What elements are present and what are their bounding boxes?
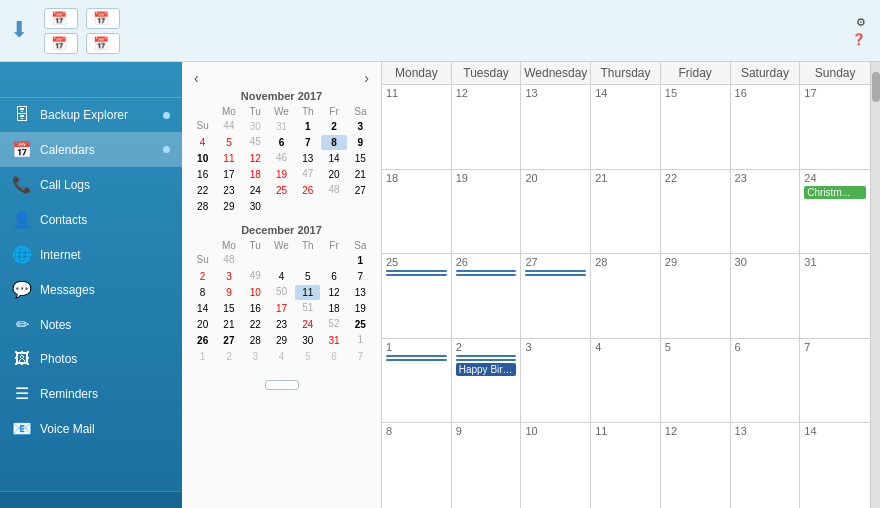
mini-cal-day[interactable]: 17 <box>269 301 294 316</box>
mini-cal-day[interactable]: 31 <box>269 119 294 134</box>
mini-cal-day[interactable]: 4 <box>269 349 294 364</box>
copy-vcard-button[interactable]: ⬇ <box>10 17 28 45</box>
calendar-event[interactable] <box>456 359 517 361</box>
mini-cal-day[interactable]: 11 <box>295 285 320 300</box>
mini-cal-day[interactable]: 2 <box>216 349 241 364</box>
mini-cal-day[interactable]: 18 <box>243 167 268 182</box>
mini-cal-day[interactable]: 6 <box>321 269 346 284</box>
mini-cal-day[interactable]: 4 <box>269 269 294 284</box>
mini-cal-day[interactable]: 16 <box>243 301 268 316</box>
mini-cal-day[interactable]: 16 <box>190 167 215 182</box>
mini-cal-day[interactable]: 3 <box>216 269 241 284</box>
month-view-button[interactable]: 📅 <box>86 33 120 54</box>
mini-cal-day[interactable]: 27 <box>216 333 241 348</box>
day-view-button[interactable]: 📅 <box>86 8 120 29</box>
mini-cal-day[interactable]: 18 <box>321 301 346 316</box>
mini-cal-day[interactable]: 25 <box>269 183 294 198</box>
sidebar-item-contacts[interactable]: 👤 Contacts <box>0 202 182 237</box>
mini-cal-day[interactable]: 10 <box>190 151 215 166</box>
mini-cal-day[interactable]: 22 <box>190 183 215 198</box>
mini-cal-day[interactable]: 20 <box>321 167 346 182</box>
mini-cal-day[interactable]: 4 <box>190 135 215 150</box>
calendar-event[interactable] <box>525 270 586 272</box>
mini-cal-day[interactable]: 11 <box>216 151 241 166</box>
mini-cal-day[interactable]: 15 <box>348 151 373 166</box>
sidebar-item-voicemail[interactable]: 📧 Voice Mail <box>0 411 182 446</box>
sidebar-item-calendars[interactable]: 📅 Calendars <box>0 132 182 167</box>
mini-cal-day[interactable]: 23 <box>216 183 241 198</box>
mini-cal-day[interactable]: 7 <box>348 269 373 284</box>
calendar-event[interactable] <box>386 274 447 276</box>
mini-cal-day[interactable]: 14 <box>190 301 215 316</box>
options-button[interactable]: ⚙ <box>856 16 870 29</box>
mini-cal-day[interactable]: 3 <box>243 349 268 364</box>
sidebar-item-messages[interactable]: 💬 Messages <box>0 272 182 307</box>
calendar-event[interactable] <box>525 274 586 276</box>
mini-cal-day[interactable]: 3 <box>348 119 373 134</box>
mini-cal-day[interactable]: 6 <box>321 349 346 364</box>
mini-cal-day[interactable]: 5 <box>216 135 241 150</box>
mini-cal-day[interactable]: 1 <box>190 349 215 364</box>
mini-cal-day[interactable]: 1 <box>348 253 373 268</box>
work-week-view-button[interactable]: 📅 <box>44 33 78 54</box>
mini-cal-day[interactable]: 7 <box>295 135 320 150</box>
mini-cal-day[interactable]: 12 <box>243 151 268 166</box>
mini-cal-day[interactable]: 27 <box>348 183 373 198</box>
mini-cal-day[interactable]: 5 <box>295 269 320 284</box>
calendar-event[interactable]: Christm... <box>804 186 866 199</box>
mini-cal-day[interactable]: 9 <box>348 135 373 150</box>
prev-month-button[interactable]: ‹ <box>190 70 203 86</box>
calendar-scrollbar[interactable] <box>870 62 880 508</box>
mini-cal-day[interactable]: 21 <box>348 167 373 182</box>
mini-cal-day[interactable]: 24 <box>243 183 268 198</box>
calendar-event[interactable] <box>386 355 447 357</box>
change-backup-button[interactable] <box>0 491 182 508</box>
mini-cal-day[interactable]: 26 <box>190 333 215 348</box>
mini-cal-day[interactable]: 30 <box>243 199 268 214</box>
mini-cal-day[interactable]: 23 <box>269 317 294 332</box>
mini-cal-day[interactable]: 29 <box>269 333 294 348</box>
mini-cal-day[interactable]: 8 <box>321 135 346 150</box>
calendar-event[interactable] <box>456 355 517 357</box>
next-month-button[interactable]: › <box>360 70 373 86</box>
sidebar-item-internet[interactable]: 🌐 Internet <box>0 237 182 272</box>
calendar-event[interactable] <box>386 270 447 272</box>
mini-cal-day[interactable]: 21 <box>216 317 241 332</box>
help-button[interactable]: ❓ <box>852 33 870 46</box>
sidebar-item-backup[interactable]: 🗄 Backup Explorer <box>0 98 182 132</box>
mini-cal-day[interactable]: 24 <box>295 317 320 332</box>
scrollbar-thumb[interactable] <box>872 72 880 102</box>
mini-cal-day[interactable]: 19 <box>269 167 294 182</box>
calendar-event[interactable] <box>456 270 517 272</box>
mini-cal-day[interactable]: 8 <box>190 285 215 300</box>
mini-cal-day[interactable]: 28 <box>190 199 215 214</box>
mini-cal-day[interactable]: 29 <box>216 199 241 214</box>
mini-cal-day[interactable]: 6 <box>269 135 294 150</box>
mini-cal-day[interactable]: 30 <box>243 119 268 134</box>
mini-cal-day[interactable]: 17 <box>216 167 241 182</box>
mini-cal-day[interactable]: 25 <box>348 317 373 332</box>
mini-cal-day[interactable]: 31 <box>321 333 346 348</box>
sidebar-item-photos[interactable]: 🖼 Photos <box>0 342 182 376</box>
full-week-view-button[interactable]: 📅 <box>44 8 78 29</box>
mini-cal-day[interactable]: 30 <box>295 333 320 348</box>
mini-cal-day[interactable]: 19 <box>348 301 373 316</box>
sidebar-item-calls[interactable]: 📞 Call Logs <box>0 167 182 202</box>
mini-cal-day[interactable]: 2 <box>190 269 215 284</box>
mini-cal-day[interactable]: 26 <box>295 183 320 198</box>
calendar-event[interactable]: Happy Birthday <box>456 363 517 376</box>
calendar-event[interactable] <box>456 274 517 276</box>
mini-cal-day[interactable]: 7 <box>348 349 373 364</box>
mini-cal-day[interactable]: 13 <box>295 151 320 166</box>
mini-cal-day[interactable]: 20 <box>190 317 215 332</box>
mini-cal-day[interactable]: 13 <box>348 285 373 300</box>
mini-cal-day[interactable]: 2 <box>321 119 346 134</box>
mini-cal-day[interactable]: 9 <box>216 285 241 300</box>
mini-cal-day[interactable]: 28 <box>243 333 268 348</box>
mini-cal-day[interactable]: 5 <box>295 349 320 364</box>
today-button[interactable] <box>265 380 299 390</box>
mini-cal-day[interactable]: 14 <box>321 151 346 166</box>
calendar-event[interactable] <box>386 359 447 361</box>
sidebar-item-reminders[interactable]: ☰ Reminders <box>0 376 182 411</box>
mini-cal-day[interactable]: 22 <box>243 317 268 332</box>
